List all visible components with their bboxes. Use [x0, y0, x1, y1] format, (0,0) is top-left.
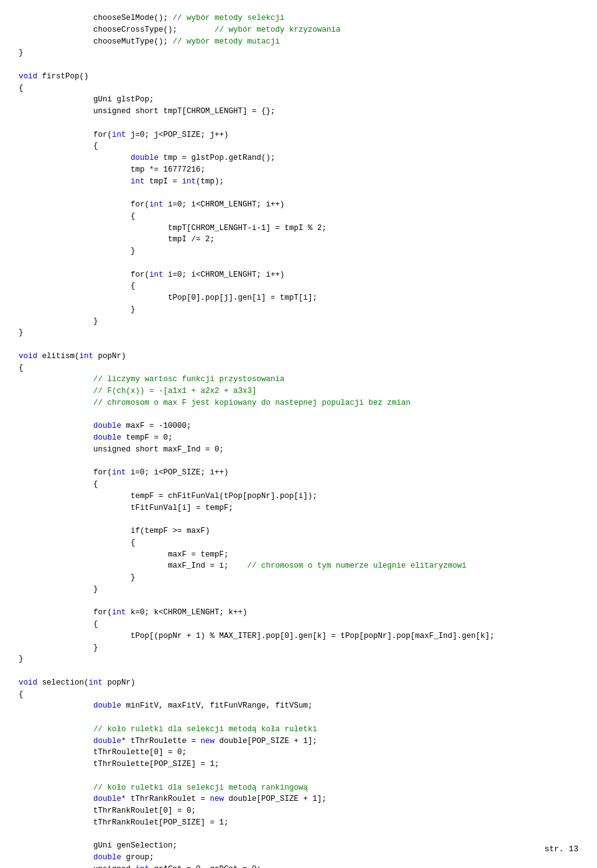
code-line: [19, 59, 578, 71]
code-line: chooseSelMode(); // wybór metody selekcj…: [19, 12, 578, 24]
code-line: for(int i=0; i<POP_SIZE; i++): [19, 467, 578, 479]
code-line: tThrRoulette[0] = 0;: [19, 747, 578, 759]
code-line: [19, 187, 578, 199]
code-line: tFitFunVal[i] = tempF;: [19, 502, 578, 514]
code-line: tThrRankRoulet[0] = 0;: [19, 805, 578, 817]
code-line: [19, 118, 578, 129]
code-line: void elitism(int popNr): [19, 351, 578, 362]
code-line: [19, 339, 578, 351]
code-line: gUni glstPop;: [19, 94, 578, 106]
code-line: tPop[0].pop[j].gen[i] = tmpT[i];: [19, 292, 578, 304]
code-line: for(int i=0; i<CHROM_LENGHT; i++): [19, 269, 578, 281]
code-line: chooseMutType(); // wybór metody mutacji: [19, 36, 578, 48]
code-line: {: [19, 141, 578, 152]
code-line: double tmp = glstPop.getRand();: [19, 152, 578, 164]
code-content: chooseSelMode(); // wybór metody selekcj…: [19, 12, 578, 868]
code-line: double* tThrRoulette = new double[POP_SI…: [19, 736, 578, 747]
code-line: [19, 712, 578, 724]
code-line: tempF = chFitFunVal(tPop[popNr].pop[i]);: [19, 491, 578, 502]
code-line: tPop[(popNr + 1) % MAX_ITER].pop[0].gen[…: [19, 630, 578, 642]
code-line: [19, 829, 578, 841]
code-line: {: [19, 479, 578, 491]
code-line: // F(ch(x)) = -[a1x1 + a2x2 + a3x3]: [19, 386, 578, 397]
code-line: // koło ruletki dla selekcji metodą koła…: [19, 724, 578, 736]
code-line: [19, 514, 578, 525]
code-line: [19, 257, 578, 269]
code-line: }: [19, 642, 578, 654]
code-line: tmpT[CHROM_LENGHT-i-1] = tmpI % 2;: [19, 223, 578, 234]
code-line: {: [19, 211, 578, 223]
code-line: tmpI /= 2;: [19, 234, 578, 246]
code-line: double maxF = -10000;: [19, 420, 578, 432]
code-line: [19, 596, 578, 607]
code-line: for(int j=0; j<POP_SIZE; j++): [19, 129, 578, 141]
page-number: str. 13: [544, 844, 578, 856]
code-line: double group;: [19, 852, 578, 864]
code-line: [19, 770, 578, 782]
code-line: }: [19, 584, 578, 596]
code-line: {: [19, 537, 578, 549]
code-line: void firstPop(): [19, 71, 578, 83]
code-line: unsigned int grACnt = 0, grBCnt = 0;: [19, 864, 578, 868]
code-line: tThrRoulette[POP_SIZE] = 1;: [19, 759, 578, 770]
code-line: if(tempF >= maxF): [19, 525, 578, 537]
code-line: }: [19, 316, 578, 328]
code-line: gUni genSelection;: [19, 840, 578, 852]
code-line: }: [19, 327, 578, 339]
code-line: [19, 456, 578, 468]
code-line: // liczymy wartosc funkcji przystosowani…: [19, 374, 578, 386]
code-line: int tmpI = int(tmp);: [19, 176, 578, 188]
code-line: tmp *= 16777216;: [19, 164, 578, 176]
code-line: unsigned short tmpT[CHROM_LENGHT] = {};: [19, 106, 578, 118]
code-line: }: [19, 246, 578, 257]
code-line: for(int k=0; k<CHROM_LENGHT; k++): [19, 607, 578, 619]
code-line: }: [19, 304, 578, 316]
code-line: double tempF = 0;: [19, 432, 578, 444]
code-line: [19, 409, 578, 421]
code-line: maxF_Ind = i; // chromosom o tym numerze…: [19, 560, 578, 572]
code-line: void selection(int popNr): [19, 677, 578, 689]
code-line: }: [19, 572, 578, 584]
code-line: double minFitV, maxFitV, fitFunVRange, f…: [19, 700, 578, 712]
code-line: }: [19, 47, 578, 59]
code-line: [19, 665, 578, 677]
code-line: chooseCrossType(); // wybór metody krzyz…: [19, 24, 578, 36]
code-line: tThrRankRoulet[POP_SIZE] = 1;: [19, 817, 578, 829]
code-line: }: [19, 653, 578, 665]
code-line: // koło ruletki dla selekcji metodą rank…: [19, 782, 578, 794]
code-line: {: [19, 83, 578, 95]
code-line: {: [19, 619, 578, 630]
code-line: {: [19, 689, 578, 701]
code-line: {: [19, 362, 578, 374]
code-line: double* tThrRankRoulet = new double[POP_…: [19, 793, 578, 805]
code-line: for(int i=0; i<CHROM_LENGHT; i++): [19, 199, 578, 211]
code-line: {: [19, 280, 578, 292]
code-line: // chromosom o max F jest kopiowany do n…: [19, 397, 578, 409]
code-line: unsigned short maxF_Ind = 0;: [19, 444, 578, 456]
code-line: maxF = tempF;: [19, 549, 578, 561]
